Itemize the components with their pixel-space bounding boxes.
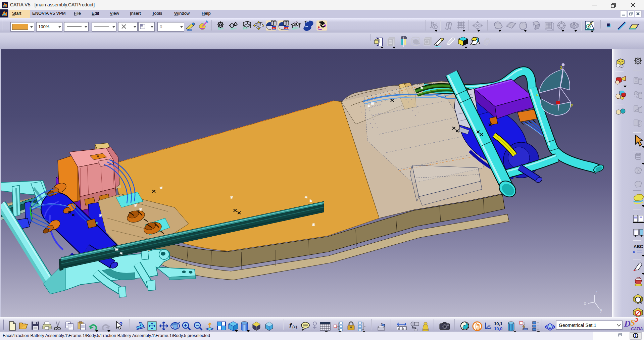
svg-text:=: = [366, 324, 368, 329]
svg-text:y: y [571, 102, 573, 107]
svg-text:z: z [595, 290, 597, 294]
svg-text:x: x [536, 92, 538, 97]
svg-text:S: S [630, 318, 635, 328]
svg-text:x: x [584, 301, 586, 306]
svg-text:f: f [289, 322, 292, 329]
svg-text:D: D [624, 319, 631, 329]
svg-text:z: z [560, 65, 562, 70]
svg-text:?: ? [119, 321, 122, 328]
svg-text:(x): (x) [292, 325, 297, 329]
svg-text:CATIA: CATIA [631, 327, 643, 331]
svg-text:10,0: 10,0 [494, 326, 502, 331]
svg-text:ABC: ABC [634, 244, 643, 249]
svg-text:10,1: 10,1 [494, 321, 502, 326]
svg-text:y: y [600, 308, 602, 312]
